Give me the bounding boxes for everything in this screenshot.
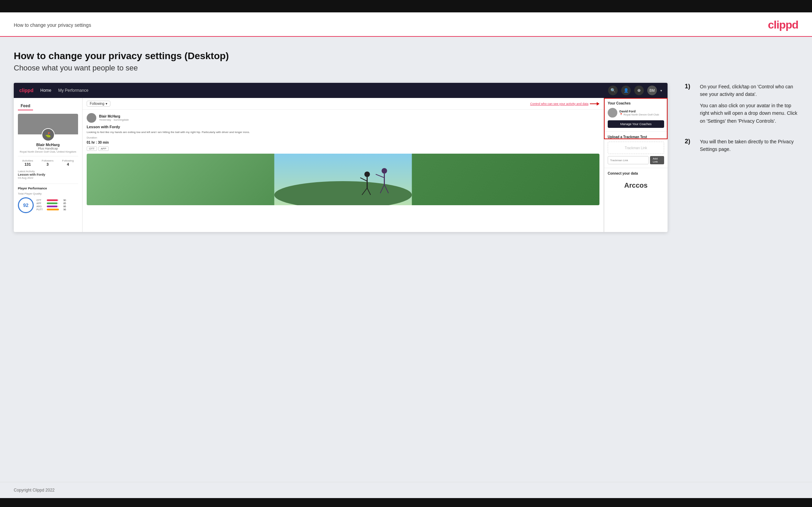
post-image xyxy=(87,154,599,205)
latest-activity: Latest Activity Lesson with Fordy 03 Aug… xyxy=(18,170,78,179)
stat-activities: Activities 131 xyxy=(22,159,33,166)
bar-putt-track xyxy=(47,209,59,210)
trackman-input-row: Add Link xyxy=(608,156,664,164)
arccos-logo: Arccos xyxy=(608,178,664,193)
profile-info: Blair McHarg Plus Handicap Royal North D… xyxy=(18,143,78,153)
stat-activities-value: 131 xyxy=(22,162,33,166)
latest-activity-label: Latest Activity xyxy=(18,170,78,173)
app-feed: Following ▾ Control who can see your act… xyxy=(83,98,604,232)
following-label: Following xyxy=(90,102,104,106)
control-privacy-link[interactable]: Control who can see your activity and da… xyxy=(530,102,588,106)
bar-ott-value: 90 xyxy=(61,199,66,201)
person-icon[interactable]: 👤 xyxy=(621,86,631,95)
app-screenshot: clippd Home My Performance 🔍 👤 ⊕ BM ▾ xyxy=(14,83,668,232)
bar-app: APP 85 xyxy=(36,202,78,205)
svg-point-2 xyxy=(365,172,370,177)
feed-header: Following ▾ Control who can see your act… xyxy=(83,98,604,110)
trackman-placeholder-text: Trackman Link xyxy=(625,146,647,150)
feed-tab[interactable]: Feed xyxy=(18,102,33,110)
profile-club: Royal North Devon Golf Club, United King… xyxy=(18,150,78,153)
post-location: Yesterday · Sunningdale xyxy=(99,118,129,121)
stat-activities-label: Activities xyxy=(22,159,33,162)
manage-coaches-button[interactable]: Manage Your Coaches xyxy=(608,120,664,128)
instruction-1-para-1: On your Feed, click/tap on 'Control who … xyxy=(700,83,798,98)
bar-arg-label: ARG xyxy=(36,205,45,208)
bar-arg-track xyxy=(47,206,59,207)
post-author-info: Blair McHarg Yesterday · Sunningdale xyxy=(99,114,129,121)
coach-avatar xyxy=(608,108,617,118)
post-duration-label: Duration xyxy=(87,136,599,139)
coaches-section: Your Coaches David Ford 📍 Royal North De… xyxy=(604,98,668,132)
profile-avatar: ⛳ xyxy=(42,128,55,141)
avatar-chevron-icon[interactable]: ▾ xyxy=(660,89,662,92)
page-breadcrumb: How to change your privacy settings xyxy=(14,22,91,28)
nav-my-performance[interactable]: My Performance xyxy=(58,88,88,93)
search-icon[interactable]: 🔍 xyxy=(608,86,618,95)
feed-post: Blair McHarg Yesterday · Sunningdale Les… xyxy=(83,110,604,209)
app-right-panel: Your Coaches David Ford 📍 Royal North De… xyxy=(604,98,668,232)
bottom-bar xyxy=(0,498,812,507)
arrow-line xyxy=(590,103,597,104)
bar-app-fill xyxy=(47,202,57,204)
profile-banner: ⛳ xyxy=(18,114,78,134)
golf-image-svg xyxy=(87,154,599,205)
coach-club-name: Royal North Devon Golf Club xyxy=(624,113,659,116)
coaches-section-title: Your Coaches xyxy=(608,101,664,105)
nav-home[interactable]: Home xyxy=(40,88,51,93)
control-link-row: Control who can see your activity and da… xyxy=(530,102,599,106)
trackman-placeholder: Trackman Link xyxy=(608,142,664,154)
app-screenshot-wrapper: clippd Home My Performance 🔍 👤 ⊕ BM ▾ xyxy=(14,83,668,232)
arrow-head-right xyxy=(597,102,599,106)
site-header: How to change your privacy settings clip… xyxy=(0,12,812,37)
post-description: Looking to feel like my hands are exitin… xyxy=(87,130,599,134)
bar-ott-label: OTT xyxy=(36,199,45,201)
post-title: Lesson with Fordy xyxy=(87,125,599,129)
post-author-avatar xyxy=(87,113,96,123)
add-link-button[interactable]: Add Link xyxy=(650,156,664,164)
main-content: How to change your privacy settings (Des… xyxy=(0,37,812,482)
tutorial-subheading: Choose what you want people to see xyxy=(14,64,798,73)
trackman-link-input[interactable] xyxy=(608,156,649,164)
profile-avatar-container: ⛳ xyxy=(42,128,55,141)
bar-app-track xyxy=(47,202,59,204)
app-body: Feed ⛳ Blair McHarg Plus Handicap Royal … xyxy=(14,98,668,232)
location-pin-icon: 📍 xyxy=(619,113,623,116)
latest-activity-name: Lesson with Fordy xyxy=(18,173,78,176)
quality-score-circle: 92 xyxy=(18,197,34,213)
plus-circle-icon[interactable]: ⊕ xyxy=(634,86,644,95)
instruction-1: 1) On your Feed, click/tap on 'Control w… xyxy=(685,83,798,128)
bar-ott: OTT 90 xyxy=(36,199,78,201)
instruction-2: 2) You will then be taken directly to th… xyxy=(685,138,798,157)
bar-putt: PUTT 96 xyxy=(36,208,78,211)
following-button[interactable]: Following ▾ xyxy=(87,101,110,107)
site-logo: clippd xyxy=(768,19,798,31)
footer-copyright: Copyright Clippd 2022 xyxy=(14,488,55,493)
instruction-2-number: 2) xyxy=(685,138,695,157)
instruction-2-text: You will then be taken directly to the P… xyxy=(700,138,798,157)
stat-following: Following 4 xyxy=(62,159,74,166)
top-bar xyxy=(0,0,812,12)
coach-details: David Ford 📍 Royal North Devon Golf Club xyxy=(619,110,659,116)
bar-arg-fill xyxy=(47,206,57,207)
bar-putt-fill xyxy=(47,209,59,210)
profile-name: Blair McHarg xyxy=(18,143,78,147)
connect-section-title: Connect your data xyxy=(608,172,664,175)
player-performance-quality-label: Total Player Quality xyxy=(18,192,78,195)
user-avatar[interactable]: BM xyxy=(647,86,657,95)
player-performance: Player Performance Total Player Quality … xyxy=(18,184,78,213)
tag-ott: OTT xyxy=(87,146,97,151)
bar-app-value: 85 xyxy=(61,202,66,205)
profile-handicap: Plus Handicap xyxy=(18,147,78,150)
connect-section: Connect your data Arccos xyxy=(604,168,668,196)
profile-stats: Activities 131 Followers 3 Following 4 xyxy=(18,156,78,166)
bar-app-label: APP xyxy=(36,202,45,205)
player-performance-body: 92 OTT 90 xyxy=(18,197,78,213)
player-performance-title: Player Performance xyxy=(18,187,78,190)
app-sidebar: Feed ⛳ Blair McHarg Plus Handicap Royal … xyxy=(14,98,83,232)
instruction-1-text: On your Feed, click/tap on 'Control who … xyxy=(700,83,798,128)
svg-point-7 xyxy=(382,168,387,174)
bar-putt-value: 96 xyxy=(61,208,66,211)
bar-ott-track xyxy=(47,199,59,201)
coach-club: 📍 Royal North Devon Golf Club xyxy=(619,113,659,116)
tag-app: APP xyxy=(98,146,109,151)
